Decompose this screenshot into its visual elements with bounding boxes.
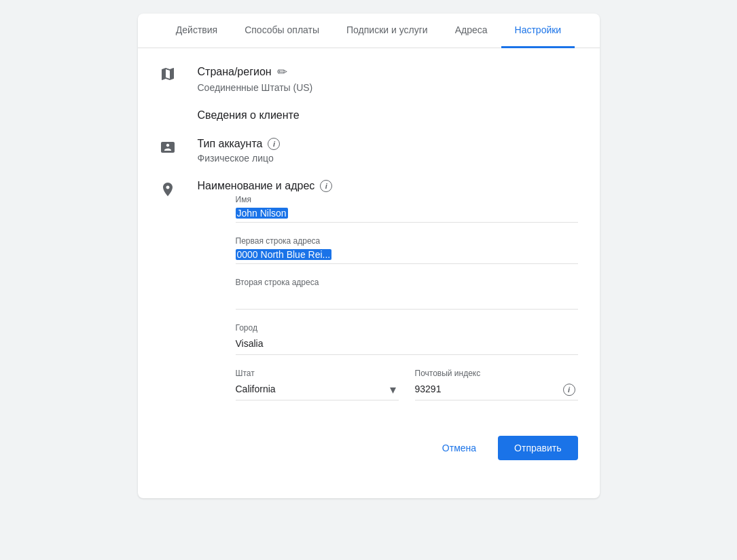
country-body: Страна/регион ✏ Соединенные Штаты (US): [198, 64, 578, 93]
address-label-row: Наименование и адрес i: [198, 180, 578, 192]
address1-field: Первая строка адреса 0000 North Blue Rei…: [236, 236, 578, 264]
state-label: Штат: [236, 369, 399, 378]
city-input[interactable]: [236, 335, 578, 355]
person-icon: [160, 139, 187, 158]
content-area: Страна/регион ✏ Соединенные Штаты (US) С…: [138, 48, 600, 477]
zip-label: Почтовый индекс: [415, 369, 578, 378]
account-type-body: Тип аккаунта i Физическое лицо: [198, 138, 578, 164]
name-field: Имя John Nilson: [236, 195, 578, 223]
tab-addresses[interactable]: Адреса: [442, 14, 501, 48]
state-field: Штат California Alabama Alaska Arizona A…: [236, 369, 399, 400]
map-icon: [160, 66, 187, 85]
country-section: Страна/регион ✏ Соединенные Штаты (US): [160, 64, 578, 93]
zip-field: Почтовый индекс i: [415, 369, 578, 400]
address2-input[interactable]: [236, 290, 578, 310]
account-type-label-text: Тип аккаунта: [198, 138, 263, 150]
country-label-row: Страна/регион ✏: [198, 64, 578, 79]
page-container: Действия Способы оплаты Подписки и услуг…: [14, 14, 723, 560]
account-type-info-icon[interactable]: i: [268, 138, 280, 150]
main-card: Действия Способы оплаты Подписки и услуг…: [138, 14, 600, 498]
address-form: Имя John Nilson Первая строка адреса 000…: [236, 195, 578, 414]
state-select[interactable]: California Alabama Alaska Arizona Arkans…: [236, 381, 399, 400]
address-label-text: Наименование и адрес: [198, 180, 315, 192]
address2-label: Вторая строка адреса: [236, 278, 578, 287]
location-icon: [160, 181, 187, 200]
tab-actions[interactable]: Действия: [162, 14, 231, 48]
name-label: Имя: [236, 195, 578, 204]
city-field: Город: [236, 323, 578, 355]
tab-settings[interactable]: Настройки: [501, 14, 575, 48]
account-type-section: Тип аккаунта i Физическое лицо: [160, 138, 578, 164]
state-zip-row: Штат California Alabama Alaska Arizona A…: [236, 369, 578, 414]
address-info-icon[interactable]: i: [320, 180, 332, 192]
country-label-text: Страна/регион: [198, 66, 272, 78]
address1-value-highlighted: 0000 North Blue Rei...: [236, 249, 332, 260]
address-body: Наименование и адрес i Имя John Nilson: [198, 180, 578, 414]
account-type-value: Физическое лицо: [198, 153, 578, 164]
cancel-button[interactable]: Отмена: [431, 437, 487, 459]
country-value: Соединенные Штаты (US): [198, 82, 578, 93]
tab-subscriptions[interactable]: Подписки и услуги: [333, 14, 442, 48]
customer-info-heading: Сведения о клиенте: [198, 109, 578, 122]
tab-payments[interactable]: Способы оплаты: [231, 14, 333, 48]
city-label: Город: [236, 323, 578, 333]
zip-input[interactable]: [415, 381, 578, 400]
name-value-highlighted: John Nilson: [236, 208, 288, 219]
submit-button[interactable]: Отправить: [498, 436, 577, 460]
state-select-wrapper: California Alabama Alaska Arizona Arkans…: [236, 381, 399, 400]
address2-field: Вторая строка адреса: [236, 278, 578, 310]
address1-label: Первая строка адреса: [236, 236, 578, 246]
account-type-label-row: Тип аккаунта i: [198, 138, 578, 150]
nav-tabs: Действия Способы оплаты Подписки и услуг…: [138, 14, 600, 48]
country-edit-icon[interactable]: ✏: [277, 64, 287, 79]
zip-info-icon[interactable]: i: [563, 384, 575, 396]
button-row: Отмена Отправить: [160, 436, 578, 460]
address-section: Наименование и адрес i Имя John Nilson: [160, 180, 578, 414]
